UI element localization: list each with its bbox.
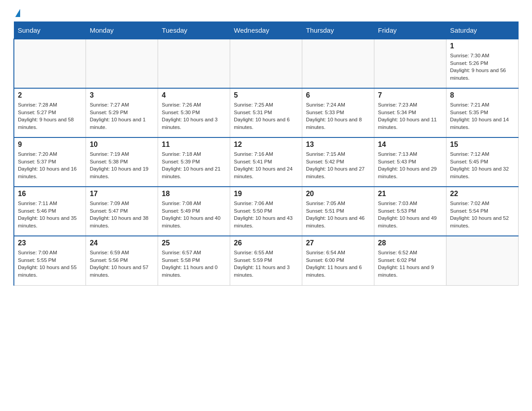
calendar-header-row: SundayMondayTuesdayWednesdayThursdayFrid… bbox=[14, 22, 519, 39]
day-number: 19 bbox=[234, 190, 298, 198]
day-info: Sunrise: 7:12 AM Sunset: 5:45 PM Dayligh… bbox=[450, 150, 515, 180]
logo bbox=[13, 9, 20, 17]
calendar-week-2: 2Sunrise: 7:28 AM Sunset: 5:27 PM Daylig… bbox=[14, 88, 519, 137]
calendar-cell: 8Sunrise: 7:21 AM Sunset: 5:35 PM Daylig… bbox=[446, 88, 519, 137]
day-number: 24 bbox=[90, 239, 154, 247]
day-info: Sunrise: 7:24 AM Sunset: 5:33 PM Dayligh… bbox=[306, 101, 370, 131]
calendar-cell: 23Sunrise: 7:00 AM Sunset: 5:55 PM Dayli… bbox=[14, 236, 86, 285]
day-number: 5 bbox=[234, 91, 298, 99]
day-info: Sunrise: 7:26 AM Sunset: 5:30 PM Dayligh… bbox=[162, 101, 226, 131]
calendar-cell bbox=[374, 39, 446, 88]
calendar-cell: 5Sunrise: 7:25 AM Sunset: 5:31 PM Daylig… bbox=[230, 88, 302, 137]
day-info: Sunrise: 7:15 AM Sunset: 5:42 PM Dayligh… bbox=[306, 150, 370, 180]
calendar-cell: 21Sunrise: 7:03 AM Sunset: 5:53 PM Dayli… bbox=[374, 187, 446, 236]
calendar-cell bbox=[302, 39, 374, 88]
day-info: Sunrise: 7:00 AM Sunset: 5:55 PM Dayligh… bbox=[18, 249, 82, 279]
day-info: Sunrise: 7:06 AM Sunset: 5:50 PM Dayligh… bbox=[234, 200, 298, 230]
day-info: Sunrise: 7:02 AM Sunset: 5:54 PM Dayligh… bbox=[450, 200, 515, 230]
day-info: Sunrise: 6:57 AM Sunset: 5:58 PM Dayligh… bbox=[162, 249, 226, 279]
calendar-cell: 7Sunrise: 7:23 AM Sunset: 5:34 PM Daylig… bbox=[374, 88, 446, 137]
calendar-cell: 2Sunrise: 7:28 AM Sunset: 5:27 PM Daylig… bbox=[14, 88, 86, 137]
day-number: 26 bbox=[234, 239, 298, 247]
day-number: 6 bbox=[306, 91, 370, 99]
day-number: 14 bbox=[378, 141, 442, 149]
calendar-week-1: 1Sunrise: 7:30 AM Sunset: 5:26 PM Daylig… bbox=[14, 39, 519, 88]
calendar-cell: 15Sunrise: 7:12 AM Sunset: 5:45 PM Dayli… bbox=[446, 137, 519, 187]
calendar-table: SundayMondayTuesdayWednesdayThursdayFrid… bbox=[13, 21, 519, 286]
day-number: 2 bbox=[18, 91, 82, 99]
day-number: 10 bbox=[90, 141, 154, 149]
day-info: Sunrise: 6:55 AM Sunset: 5:59 PM Dayligh… bbox=[234, 249, 298, 279]
calendar-cell bbox=[158, 39, 230, 88]
day-info: Sunrise: 7:05 AM Sunset: 5:51 PM Dayligh… bbox=[306, 200, 370, 230]
calendar-cell: 19Sunrise: 7:06 AM Sunset: 5:50 PM Dayli… bbox=[230, 187, 302, 236]
day-number: 7 bbox=[378, 91, 442, 99]
col-header-friday: Friday bbox=[374, 22, 446, 39]
calendar-cell: 4Sunrise: 7:26 AM Sunset: 5:30 PM Daylig… bbox=[158, 88, 230, 137]
col-header-thursday: Thursday bbox=[302, 22, 374, 39]
day-number: 28 bbox=[378, 239, 442, 247]
day-info: Sunrise: 7:08 AM Sunset: 5:49 PM Dayligh… bbox=[162, 200, 226, 230]
calendar-cell: 17Sunrise: 7:09 AM Sunset: 5:47 PM Dayli… bbox=[86, 187, 158, 236]
calendar-week-5: 23Sunrise: 7:00 AM Sunset: 5:55 PM Dayli… bbox=[14, 236, 519, 285]
day-info: Sunrise: 7:18 AM Sunset: 5:39 PM Dayligh… bbox=[162, 150, 226, 180]
calendar-cell bbox=[86, 39, 158, 88]
calendar-cell: 9Sunrise: 7:20 AM Sunset: 5:37 PM Daylig… bbox=[14, 137, 86, 187]
calendar-cell: 24Sunrise: 6:59 AM Sunset: 5:56 PM Dayli… bbox=[86, 236, 158, 285]
col-header-sunday: Sunday bbox=[14, 22, 86, 39]
day-number: 4 bbox=[162, 91, 226, 99]
day-number: 9 bbox=[18, 141, 82, 149]
calendar-week-4: 16Sunrise: 7:11 AM Sunset: 5:46 PM Dayli… bbox=[14, 187, 519, 236]
day-info: Sunrise: 7:03 AM Sunset: 5:53 PM Dayligh… bbox=[378, 200, 442, 230]
day-info: Sunrise: 7:27 AM Sunset: 5:29 PM Dayligh… bbox=[90, 101, 154, 131]
day-number: 20 bbox=[306, 190, 370, 198]
day-number: 21 bbox=[378, 190, 442, 198]
day-info: Sunrise: 7:19 AM Sunset: 5:38 PM Dayligh… bbox=[90, 150, 154, 180]
calendar-cell: 25Sunrise: 6:57 AM Sunset: 5:58 PM Dayli… bbox=[158, 236, 230, 285]
day-info: Sunrise: 7:13 AM Sunset: 5:43 PM Dayligh… bbox=[378, 150, 442, 180]
day-info: Sunrise: 7:20 AM Sunset: 5:37 PM Dayligh… bbox=[18, 150, 82, 180]
day-info: Sunrise: 6:54 AM Sunset: 6:00 PM Dayligh… bbox=[306, 249, 370, 279]
page-header bbox=[13, 9, 519, 17]
calendar-cell bbox=[230, 39, 302, 88]
day-number: 23 bbox=[18, 239, 82, 247]
col-header-wednesday: Wednesday bbox=[230, 22, 302, 39]
day-number: 12 bbox=[234, 141, 298, 149]
day-number: 22 bbox=[450, 190, 515, 198]
day-info: Sunrise: 7:09 AM Sunset: 5:47 PM Dayligh… bbox=[90, 200, 154, 230]
col-header-monday: Monday bbox=[86, 22, 158, 39]
calendar-cell bbox=[14, 39, 86, 88]
calendar-cell: 20Sunrise: 7:05 AM Sunset: 5:51 PM Dayli… bbox=[302, 187, 374, 236]
day-number: 27 bbox=[306, 239, 370, 247]
calendar-cell: 1Sunrise: 7:30 AM Sunset: 5:26 PM Daylig… bbox=[446, 39, 519, 88]
calendar-cell: 27Sunrise: 6:54 AM Sunset: 6:00 PM Dayli… bbox=[302, 236, 374, 285]
calendar-cell: 22Sunrise: 7:02 AM Sunset: 5:54 PM Dayli… bbox=[446, 187, 519, 236]
day-number: 1 bbox=[450, 42, 515, 50]
calendar-cell: 26Sunrise: 6:55 AM Sunset: 5:59 PM Dayli… bbox=[230, 236, 302, 285]
col-header-tuesday: Tuesday bbox=[158, 22, 230, 39]
calendar-cell bbox=[446, 236, 519, 285]
calendar-cell: 10Sunrise: 7:19 AM Sunset: 5:38 PM Dayli… bbox=[86, 137, 158, 187]
day-number: 13 bbox=[306, 141, 370, 149]
day-info: Sunrise: 6:52 AM Sunset: 6:02 PM Dayligh… bbox=[378, 249, 442, 279]
day-number: 18 bbox=[162, 190, 226, 198]
day-info: Sunrise: 7:16 AM Sunset: 5:41 PM Dayligh… bbox=[234, 150, 298, 180]
col-header-saturday: Saturday bbox=[446, 22, 519, 39]
day-info: Sunrise: 7:30 AM Sunset: 5:26 PM Dayligh… bbox=[450, 52, 515, 82]
calendar-cell: 3Sunrise: 7:27 AM Sunset: 5:29 PM Daylig… bbox=[86, 88, 158, 137]
day-info: Sunrise: 7:23 AM Sunset: 5:34 PM Dayligh… bbox=[378, 101, 442, 131]
day-number: 16 bbox=[18, 190, 82, 198]
day-number: 11 bbox=[162, 141, 226, 149]
day-number: 8 bbox=[450, 91, 515, 99]
calendar-cell: 14Sunrise: 7:13 AM Sunset: 5:43 PM Dayli… bbox=[374, 137, 446, 187]
calendar-cell: 11Sunrise: 7:18 AM Sunset: 5:39 PM Dayli… bbox=[158, 137, 230, 187]
calendar-cell: 28Sunrise: 6:52 AM Sunset: 6:02 PM Dayli… bbox=[374, 236, 446, 285]
calendar-week-3: 9Sunrise: 7:20 AM Sunset: 5:37 PM Daylig… bbox=[14, 137, 519, 187]
day-info: Sunrise: 7:21 AM Sunset: 5:35 PM Dayligh… bbox=[450, 101, 515, 131]
day-number: 3 bbox=[90, 91, 154, 99]
day-number: 17 bbox=[90, 190, 154, 198]
day-info: Sunrise: 7:11 AM Sunset: 5:46 PM Dayligh… bbox=[18, 200, 82, 230]
calendar-cell: 18Sunrise: 7:08 AM Sunset: 5:49 PM Dayli… bbox=[158, 187, 230, 236]
day-info: Sunrise: 7:28 AM Sunset: 5:27 PM Dayligh… bbox=[18, 101, 82, 131]
calendar-cell: 6Sunrise: 7:24 AM Sunset: 5:33 PM Daylig… bbox=[302, 88, 374, 137]
